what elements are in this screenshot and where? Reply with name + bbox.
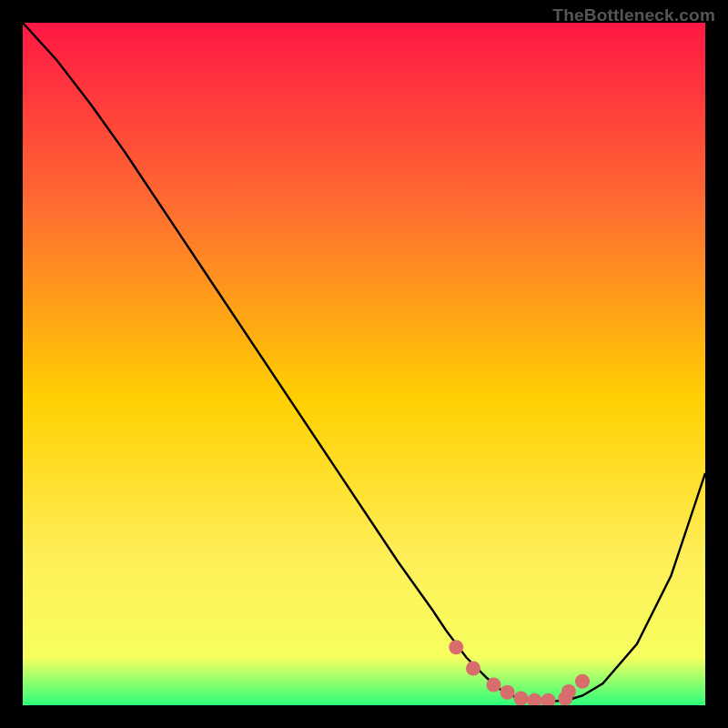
marker-point	[466, 662, 480, 676]
marker-point	[500, 685, 515, 700]
marker-point	[561, 684, 576, 699]
watermark-text: TheBottleneck.com	[552, 5, 715, 25]
gradient-background	[23, 23, 705, 705]
chart-svg	[23, 23, 705, 705]
chart-area	[23, 23, 705, 705]
marker-point	[575, 674, 590, 689]
marker-point	[514, 692, 529, 706]
marker-point	[449, 640, 463, 654]
marker-point	[487, 678, 501, 693]
